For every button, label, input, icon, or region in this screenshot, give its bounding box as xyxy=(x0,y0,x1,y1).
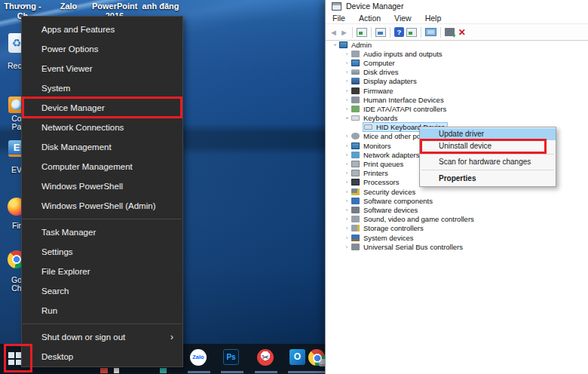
winx-item-disk-management[interactable]: Disk Management xyxy=(22,137,182,157)
chevron-collapsed-icon[interactable]: › xyxy=(342,106,351,112)
winx-item-event-viewer[interactable]: Event Viewer xyxy=(22,59,182,78)
context-item-scan-for-hardware-changes[interactable]: Scan for hardware changes xyxy=(420,156,556,168)
winx-item-system[interactable]: System xyxy=(22,78,182,98)
taskbar-icon-fragment xyxy=(100,368,108,373)
chevron-expanded-icon[interactable]: › xyxy=(344,114,351,123)
taskbar-active-indicator xyxy=(288,371,311,373)
update-driver-icon[interactable] xyxy=(445,28,455,36)
separator xyxy=(440,27,441,38)
tree-item-label: Computer xyxy=(363,59,395,67)
taskbar-chrome-icon[interactable] xyxy=(308,349,325,366)
back-icon[interactable]: ◄ xyxy=(329,26,338,38)
tree-item-label: Keyboards xyxy=(363,114,397,122)
winx-item-run[interactable]: Run xyxy=(22,301,182,320)
winx-item-windows-powershell-admin-[interactable]: Windows PowerShell (Admin) xyxy=(22,196,182,216)
tree-item-keyboards[interactable]: ›Keyboards xyxy=(326,114,588,123)
tree-item-storage-controllers[interactable]: ›Storage controllers xyxy=(326,224,588,233)
export-list-icon[interactable] xyxy=(375,28,386,37)
tree-item-display-adapters[interactable]: ›Display adapters xyxy=(326,77,588,86)
chevron-collapsed-icon[interactable]: › xyxy=(342,97,351,103)
tree-item-admin[interactable]: ›Admin xyxy=(326,40,588,49)
label-line: Zalo xyxy=(54,2,84,11)
menubar-file[interactable]: File xyxy=(326,14,352,23)
winx-item-power-options[interactable]: Power Options xyxy=(22,39,182,59)
chevron-collapsed-icon[interactable]: › xyxy=(342,152,351,158)
console-tree-icon[interactable] xyxy=(357,28,367,37)
chevron-collapsed-icon[interactable]: › xyxy=(342,216,351,222)
tree-item-sound-video-and-game-controllers[interactable]: ›Sound, video and game controllers xyxy=(326,215,588,224)
start-button[interactable] xyxy=(8,352,21,365)
chevron-collapsed-icon[interactable]: › xyxy=(342,244,351,250)
chevron-collapsed-icon[interactable]: › xyxy=(342,189,351,195)
monitor-device-icon xyxy=(351,60,360,66)
chevron-collapsed-icon[interactable]: › xyxy=(342,161,351,167)
tree-item-computer[interactable]: ›Computer xyxy=(326,58,588,67)
chevron-collapsed-icon[interactable]: › xyxy=(342,207,351,213)
winx-item-network-connections[interactable]: Network Connections xyxy=(22,118,182,137)
winx-item-windows-powershell[interactable]: Windows PowerShell xyxy=(22,176,182,196)
storage-device-icon xyxy=(351,225,360,231)
forward-icon[interactable]: ► xyxy=(340,26,348,38)
winx-menu: Apps and FeaturesPower OptionsEvent View… xyxy=(21,16,183,367)
winx-item-desktop[interactable]: Desktop xyxy=(22,347,182,366)
chevron-collapsed-icon[interactable]: › xyxy=(342,51,351,57)
chevron-collapsed-icon[interactable]: › xyxy=(342,198,351,204)
chevron-collapsed-icon[interactable]: › xyxy=(342,69,351,75)
tree-item-universal-serial-bus-controllers[interactable]: ›Universal Serial Bus controllers xyxy=(326,242,588,251)
context-item-properties[interactable]: Properties xyxy=(420,172,556,185)
action-pane-icon[interactable] xyxy=(406,28,417,37)
tree-item-firmware[interactable]: ›Firmware xyxy=(326,86,588,95)
chevron-collapsed-icon[interactable]: › xyxy=(342,133,351,139)
label-line: Thương - xyxy=(3,2,42,11)
uninstall-icon[interactable]: ✕ xyxy=(458,27,466,38)
winx-item-search[interactable]: Search xyxy=(22,281,182,301)
chevron-collapsed-icon[interactable]: › xyxy=(342,87,351,94)
windows-logo-icon xyxy=(8,360,14,366)
chevron-collapsed-icon[interactable]: › xyxy=(342,170,351,176)
taskbar-zalo-icon[interactable]: Zalo xyxy=(190,349,207,366)
usb-device-icon xyxy=(351,244,360,250)
mouse-device-icon xyxy=(351,133,360,139)
desktop-shortcut-label[interactable]: Zalo xyxy=(54,2,84,11)
tree-item-audio-inputs-and-outputs[interactable]: ›Audio inputs and outputs xyxy=(326,49,588,58)
context-item-uninstall-device[interactable]: Uninstall device xyxy=(420,140,556,152)
chevron-collapsed-icon[interactable]: › xyxy=(342,143,351,149)
desktop-shortcut-label[interactable]: anh đăng xyxy=(138,2,183,11)
swdev-device-icon xyxy=(351,207,360,213)
winx-item-file-explorer[interactable]: File Explorer xyxy=(22,262,182,281)
winx-item-task-manager[interactable]: Task Manager xyxy=(22,222,182,242)
taskbar-snip-icon[interactable]: ✂ xyxy=(257,349,274,366)
winx-item-computer-management[interactable]: Computer Management xyxy=(22,157,182,176)
tree-item-system-devices[interactable]: ›System devices xyxy=(326,233,588,242)
tree-item-security-devices[interactable]: ›Security devices xyxy=(326,187,588,196)
winx-item-shut-down-or-sign-out[interactable]: Shut down or sign out› xyxy=(22,327,182,347)
tree-item-software-devices[interactable]: ›Software devices xyxy=(326,205,588,214)
tree-item-ide-ata-atapi-controllers[interactable]: ›IDE ATA/ATAPI controllers xyxy=(326,104,588,113)
context-item-update-driver[interactable]: Update driver xyxy=(420,128,556,140)
help-icon[interactable]: ? xyxy=(394,27,404,37)
screen: Thương -ChZaloPowerPoint2016anh đăng ♻Re… xyxy=(0,0,588,374)
chevron-collapsed-icon[interactable]: › xyxy=(342,235,351,241)
windows-logo-icon xyxy=(8,352,14,358)
tree-item-software-components[interactable]: ›Software components xyxy=(326,196,588,205)
menubar-help[interactable]: Help xyxy=(418,14,449,23)
tree-item-label: Processors xyxy=(363,178,400,186)
computer-icon[interactable] xyxy=(425,28,436,36)
taskbar-outlook-icon[interactable]: O xyxy=(289,349,305,365)
taskbar-photoshop-icon[interactable]: Ps xyxy=(223,349,239,365)
chevron-collapsed-icon[interactable]: › xyxy=(342,78,351,84)
chevron-collapsed-icon[interactable]: › xyxy=(342,225,351,231)
menubar-view[interactable]: View xyxy=(387,14,418,23)
menubar-action[interactable]: Action xyxy=(352,14,387,23)
winx-item-device-manager[interactable]: Device Manager xyxy=(22,98,182,118)
tree-item-human-interface-devices[interactable]: ›Human Interface Devices xyxy=(326,95,588,104)
winx-item-apps-and-features[interactable]: Apps and Features xyxy=(22,20,182,39)
tree-item-disk-drives[interactable]: ›Disk drives xyxy=(326,68,588,77)
tree-item-label: Monitors xyxy=(363,142,390,150)
chevron-expanded-icon[interactable]: › xyxy=(332,40,338,49)
winx-item-settings[interactable]: Settings xyxy=(22,242,182,262)
chevron-collapsed-icon[interactable]: › xyxy=(342,60,351,66)
menu-separator xyxy=(23,219,182,219)
chevron-collapsed-icon[interactable]: › xyxy=(342,179,351,185)
separator xyxy=(421,27,421,38)
